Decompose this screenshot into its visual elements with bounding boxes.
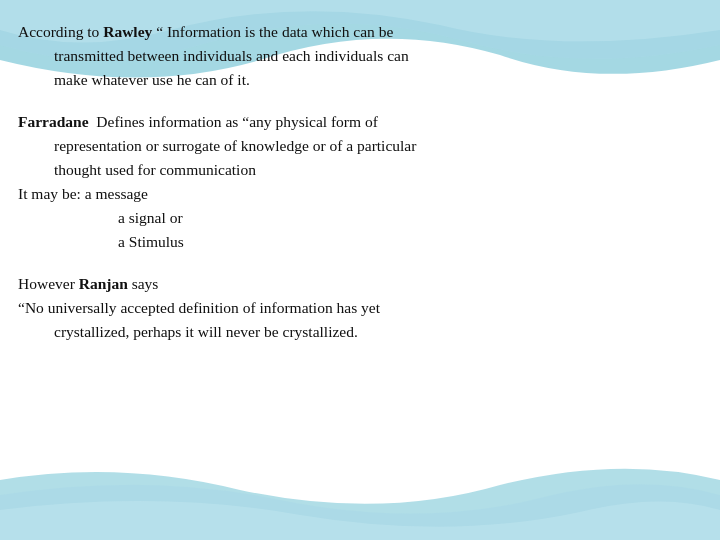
rawley-line2: transmitted between individuals and each… bbox=[18, 44, 702, 68]
farradane-paragraph: Farradane Defines information as “any ph… bbox=[18, 110, 702, 254]
farradane-line5: a signal or bbox=[18, 206, 702, 230]
rawley-line1: According to Rawley “ Information is the… bbox=[18, 20, 702, 44]
farradane-line1: Farradane Defines information as “any ph… bbox=[18, 110, 702, 134]
farradane-line6: a Stimulus bbox=[18, 230, 702, 254]
ranjan-paragraph: However Ranjan says “No universally acce… bbox=[18, 272, 702, 344]
ranjan-line1: However Ranjan says bbox=[18, 272, 702, 296]
main-content: According to Rawley “ Information is the… bbox=[0, 0, 720, 372]
farradane-name: Farradane bbox=[18, 113, 89, 130]
rawley-paragraph: According to Rawley “ Information is the… bbox=[18, 20, 702, 92]
farradane-line3: thought used for communication bbox=[18, 158, 702, 182]
rawley-name: Rawley bbox=[103, 23, 152, 40]
rawley-line3: make whatever use he can of it. bbox=[18, 68, 702, 92]
farradane-line4: It may be: a message bbox=[18, 182, 702, 206]
farradane-line2: representation or surrogate of knowledge… bbox=[18, 134, 702, 158]
ranjan-line3: crystallized, perhaps it will never be c… bbox=[18, 320, 702, 344]
ranjan-name: Ranjan bbox=[79, 275, 128, 292]
ranjan-line2: “No universally accepted definition of i… bbox=[18, 296, 702, 320]
